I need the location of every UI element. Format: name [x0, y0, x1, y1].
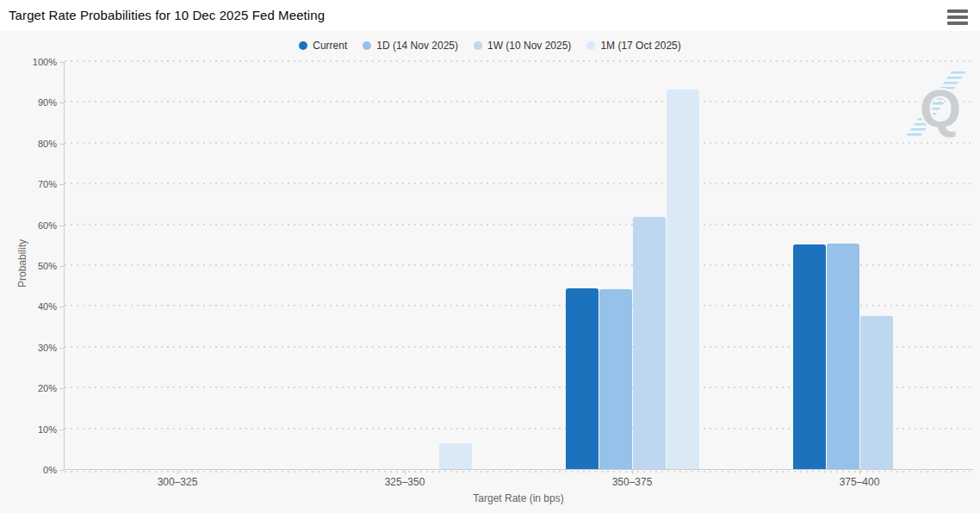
y-tick-label-70: 70% — [0, 178, 57, 190]
x-tick-label-2: 350–375 — [518, 476, 746, 488]
y-tick-mark — [59, 306, 64, 307]
bar-slot — [632, 62, 666, 469]
y-tick-mark — [59, 430, 64, 430]
y-tick-label-30: 30% — [0, 342, 57, 354]
legend-item-label: 1W (10 Nov 2025) — [487, 40, 571, 52]
y-tick-mark — [59, 470, 64, 471]
bar-slot — [178, 62, 212, 469]
y-tick-mark — [59, 388, 64, 389]
title-bar: Target Rate Probabilities for 10 Dec 202… — [0, 0, 980, 31]
legend-item-1[interactable]: 1D (14 Nov 2025) — [363, 40, 458, 52]
bar-slot — [439, 62, 473, 469]
legend-marker-icon — [299, 41, 307, 50]
bar-1w-375–400[interactable] — [860, 316, 893, 469]
x-tick-label-1: 325–350 — [291, 476, 518, 488]
y-tick-label-20: 20% — [0, 382, 57, 394]
y-tick-label-90: 90% — [0, 96, 57, 108]
x-tick-mark — [632, 470, 633, 474]
bar-1m-350–375[interactable] — [667, 90, 699, 469]
bar-1d-375–400[interactable] — [827, 244, 859, 470]
bar-slot — [111, 62, 145, 469]
legend: Current1D (14 Nov 2025)1W (10 Nov 2025)1… — [0, 38, 980, 53]
bar-slot — [792, 62, 826, 469]
legend-item-label: 1D (14 Nov 2025) — [376, 40, 458, 52]
bar-1d-350–375[interactable] — [599, 289, 632, 469]
y-tick-mark — [59, 144, 64, 145]
bar-1m-325–350[interactable] — [439, 443, 472, 469]
bar-slot — [212, 62, 245, 469]
y-tick-label-40: 40% — [0, 300, 57, 312]
bar-slot — [406, 62, 439, 469]
watermark-letter: Q — [920, 78, 961, 138]
bar-slot — [565, 62, 599, 469]
plot-area: Q — [64, 62, 973, 470]
legend-marker-icon — [363, 41, 371, 50]
legend-item-label: Current — [313, 40, 347, 52]
bar-slot — [372, 62, 406, 469]
bar-groups — [65, 62, 973, 469]
hamburger-menu-icon[interactable] — [947, 9, 968, 25]
y-tick-mark — [59, 266, 64, 267]
bar-slot — [338, 62, 372, 469]
y-tick-label-60: 60% — [0, 219, 57, 232]
y-tick-mark — [59, 102, 64, 103]
legend-item-3[interactable]: 1M (17 Oct 2025) — [586, 40, 680, 52]
axis-sub-dotted-line — [65, 471, 973, 473]
bar-slot — [859, 62, 893, 469]
y-tick-mark — [59, 348, 64, 349]
bar-cluster — [565, 62, 699, 469]
legend-item-label: 1M (17 Oct 2025) — [600, 40, 680, 52]
y-tick-mark — [59, 226, 64, 226]
y-tick-mark — [59, 62, 64, 63]
bar-slot — [666, 62, 699, 469]
bar-current-375–400[interactable] — [793, 244, 826, 469]
legend-marker-icon — [474, 41, 482, 50]
bar-cluster — [338, 62, 473, 469]
y-tick-label-50: 50% — [0, 260, 57, 272]
bar-slot — [145, 62, 178, 469]
bar-1w-350–375[interactable] — [633, 217, 666, 469]
bar-slot — [599, 62, 632, 469]
bar-cluster — [111, 62, 245, 469]
category-group-2 — [519, 62, 747, 469]
quikstrike-logo-icon: Q — [904, 71, 968, 142]
x-axis-title: Target Rate (in bps) — [64, 492, 973, 504]
bar-slot — [826, 62, 859, 469]
x-tick-label-3: 375–400 — [746, 476, 973, 488]
chart-title: Target Rate Probabilities for 10 Dec 202… — [9, 8, 325, 22]
y-tick-label-80: 80% — [0, 138, 57, 150]
x-tick-mark — [177, 470, 178, 474]
y-tick-mark — [59, 184, 64, 185]
x-tick-mark — [859, 470, 860, 474]
y-tick-label-10: 10% — [0, 423, 57, 436]
legend-item-0[interactable]: Current — [299, 40, 347, 52]
bar-current-350–375[interactable] — [566, 288, 599, 469]
y-tick-label-0: 0% — [0, 464, 57, 476]
y-tick-label-100: 100% — [0, 56, 57, 68]
category-group-0 — [65, 62, 292, 469]
category-group-1 — [292, 62, 519, 469]
legend-item-2[interactable]: 1W (10 Nov 2025) — [474, 40, 571, 52]
x-tick-mark — [405, 470, 406, 474]
x-tick-label-0: 300–325 — [64, 476, 291, 488]
legend-marker-icon — [586, 41, 595, 50]
